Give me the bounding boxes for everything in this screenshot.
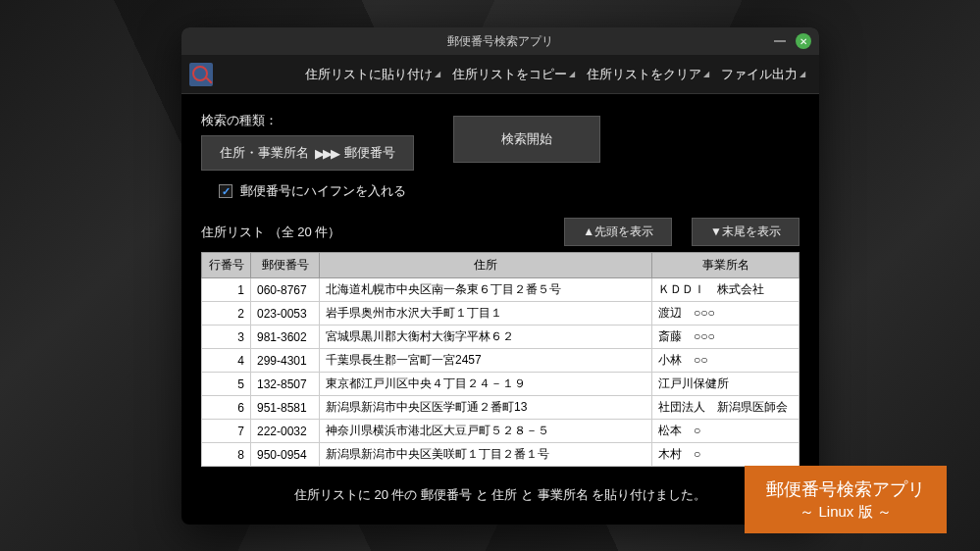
cell-row: 7 [202, 420, 251, 443]
cell-postal: 951-8581 [251, 396, 320, 420]
cell-row: 3 [202, 326, 251, 349]
cell-postal: 950-0954 [251, 443, 320, 467]
table-row[interactable]: 3981-3602宮城県黒川郡大衡村大衡字平林６２斎藤 ○○○ [202, 326, 799, 349]
cell-address: 岩手県奥州市水沢大手町１丁目１ [320, 302, 652, 326]
table-row[interactable]: 1060-8767北海道札幌市中央区南一条東６丁目２番５号ＫＤＤＩ 株式会社 [202, 278, 799, 302]
col-row: 行番号 [202, 253, 251, 278]
minimize-icon[interactable] [774, 40, 786, 42]
cell-address: 宮城県黒川郡大衡村大衡字平林６２ [320, 326, 652, 349]
search-start-button[interactable]: 検索開始 [453, 116, 600, 163]
table-row[interactable]: 2023-0053岩手県奥州市水沢大手町１丁目１渡辺 ○○○ [202, 302, 799, 326]
toolbar: 住所リストに貼り付け◢ 住所リストをコピー◢ 住所リストをクリア◢ ファイル出力… [181, 55, 819, 94]
cell-postal: 132-8507 [251, 373, 320, 396]
toolbar-paste-button[interactable]: 住所リストに貼り付け◢ [299, 62, 446, 87]
cell-row: 1 [202, 278, 251, 302]
col-office: 事業所名 [652, 253, 799, 278]
search-type-label: 検索の種類： [201, 112, 414, 129]
cell-office: 斎藤 ○○○ [652, 326, 799, 349]
window-title: 郵便番号検索アプリ [447, 33, 553, 50]
badge-subtitle: ～ Linux 版 ～ [766, 503, 925, 522]
table-row[interactable]: 4299-4301千葉県長生郡一宮町一宮2457小林 ○○ [202, 349, 799, 373]
list-count-label: 住所リスト （全 20 件） [201, 224, 340, 241]
cell-address: 神奈川県横浜市港北区大豆戸町５２８－５ [320, 420, 652, 443]
cell-row: 2 [202, 302, 251, 326]
cell-office: 木村 ○ [652, 443, 799, 467]
cell-office: 江戸川保健所 [652, 373, 799, 396]
scroll-top-button[interactable]: ▲先頭を表示 [564, 218, 672, 246]
cell-postal: 299-4301 [251, 349, 320, 373]
cell-address: 千葉県長生郡一宮町一宮2457 [320, 349, 652, 373]
toolbar-export-button[interactable]: ファイル出力◢ [715, 62, 811, 87]
toolbar-copy-button[interactable]: 住所リストをコピー◢ [446, 62, 581, 87]
badge-title: 郵便番号検索アプリ [766, 477, 925, 501]
product-badge: 郵便番号検索アプリ ～ Linux 版 ～ [745, 466, 947, 533]
cell-row: 8 [202, 443, 251, 467]
scroll-bottom-button[interactable]: ▼末尾を表示 [692, 218, 799, 246]
toolbar-clear-button[interactable]: 住所リストをクリア◢ [581, 62, 715, 87]
cell-postal: 060-8767 [251, 278, 320, 302]
hyphen-checkbox-label: 郵便番号にハイフンを入れる [240, 182, 406, 200]
cell-office: ＫＤＤＩ 株式会社 [652, 278, 799, 302]
cell-address: 新潟県新潟市中央区医学町通２番町13 [320, 396, 652, 420]
cell-office: 社団法人 新潟県医師会 [652, 396, 799, 420]
hyphen-checkbox[interactable] [219, 184, 232, 198]
cell-postal: 222-0032 [251, 420, 320, 443]
table-row[interactable]: 7222-0032神奈川県横浜市港北区大豆戸町５２８－５松本 ○ [202, 420, 799, 443]
app-search-icon [189, 63, 213, 86]
cell-address: 東京都江戸川区中央４丁目２４－１９ [320, 373, 652, 396]
arrow-right-icon: ▶▶▶ [315, 146, 338, 161]
status-message: 住所リストに 20 件の 郵便番号 と 住所 と 事業所名 を貼り付けました。 [201, 486, 799, 504]
close-icon[interactable]: ✕ [796, 33, 811, 49]
app-window: 郵便番号検索アプリ ✕ 住所リストに貼り付け◢ 住所リストをコピー◢ 住所リスト… [181, 27, 819, 525]
cell-address: 新潟県新潟市中央区美咲町１丁目２番１号 [320, 443, 652, 467]
cell-office: 松本 ○ [652, 420, 799, 443]
cell-row: 4 [202, 349, 251, 373]
cell-office: 渡辺 ○○○ [652, 302, 799, 326]
cell-office: 小林 ○○ [652, 349, 799, 373]
cell-row: 5 [202, 373, 251, 396]
col-address: 住所 [320, 253, 652, 278]
cell-postal: 023-0053 [251, 302, 320, 326]
search-direction-button[interactable]: 住所・事業所名 ▶▶▶ 郵便番号 [201, 135, 414, 171]
cell-address: 北海道札幌市中央区南一条東６丁目２番５号 [320, 278, 652, 302]
titlebar: 郵便番号検索アプリ ✕ [181, 27, 819, 55]
address-table: 行番号 郵便番号 住所 事業所名 1060-8767北海道札幌市中央区南一条東６… [201, 252, 799, 467]
table-row[interactable]: 8950-0954新潟県新潟市中央区美咲町１丁目２番１号木村 ○ [202, 443, 799, 467]
table-row[interactable]: 6951-8581新潟県新潟市中央区医学町通２番町13社団法人 新潟県医師会 [202, 396, 799, 420]
cell-postal: 981-3602 [251, 326, 320, 349]
col-postal: 郵便番号 [251, 253, 320, 278]
cell-row: 6 [202, 396, 251, 420]
table-row[interactable]: 5132-8507東京都江戸川区中央４丁目２４－１９江戸川保健所 [202, 373, 799, 396]
